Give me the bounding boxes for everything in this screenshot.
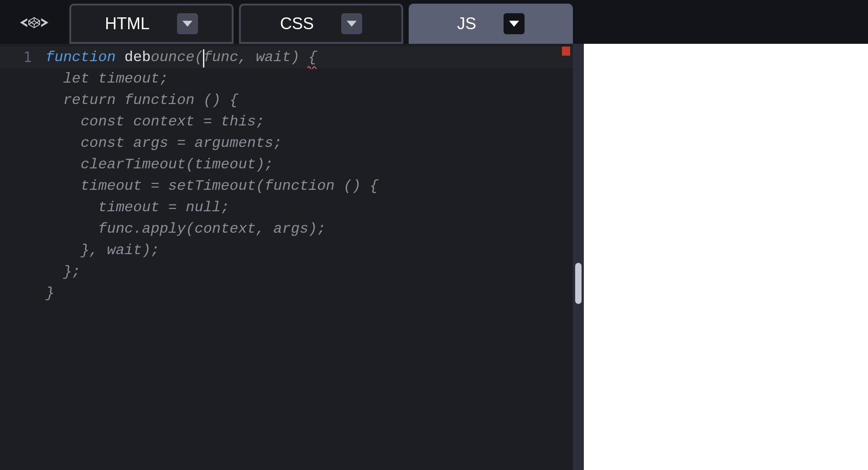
tab-js-label: JS	[457, 14, 476, 33]
code-suggestion-line: }, wait);	[46, 240, 573, 261]
code-suggestion-line: timeout = null;	[46, 197, 573, 218]
editor-scrollbar-thumb[interactable]	[575, 263, 582, 304]
code-suggestion-line: }	[46, 282, 573, 304]
svg-marker-5	[509, 21, 519, 26]
code-line[interactable]: function debounce(func, wait) {	[46, 47, 573, 68]
editor-pane[interactable]: 1 function debounce(func, wait) { let ti…	[0, 44, 573, 470]
tab-css-label: CSS	[280, 14, 314, 33]
code-suggestion-line: let timeout;	[46, 68, 573, 89]
header-bar: HTML CSS JS	[0, 0, 868, 44]
code-suggestion-line: };	[46, 261, 573, 282]
chevron-down-icon	[182, 21, 192, 27]
tab-js-dropdown[interactable]	[504, 13, 525, 34]
code-suggestion-line: func.apply(context, args);	[46, 218, 573, 240]
text-cursor	[203, 49, 204, 68]
line-number-gutter: 1	[0, 44, 46, 470]
error-squiggle	[307, 65, 317, 69]
chevron-down-icon	[509, 21, 519, 27]
svg-marker-1	[20, 18, 27, 27]
code-suggestion-line: const args = arguments;	[46, 132, 573, 154]
preview-pane[interactable]	[584, 44, 868, 470]
code-suggestion-line: return function () {	[46, 89, 573, 111]
code-suggestion-line: clearTimeout(timeout);	[46, 154, 573, 175]
svg-marker-3	[182, 21, 192, 26]
tab-css[interactable]: CSS	[239, 4, 403, 44]
tab-css-dropdown[interactable]	[341, 13, 362, 34]
code-suggestion-line: timeout = setTimeout(function () {	[46, 175, 573, 197]
editor-scrollbar[interactable]	[573, 44, 584, 470]
error-marker[interactable]	[562, 47, 570, 56]
workspace: 1 function debounce(func, wait) { let ti…	[0, 44, 868, 470]
svg-marker-2	[41, 18, 48, 27]
chevron-down-icon	[347, 21, 357, 27]
codepen-logo[interactable]	[5, 4, 64, 40]
line-number: 1	[0, 47, 32, 68]
code-suggestion-line: const context = this;	[46, 111, 573, 132]
tab-html-label: HTML	[105, 14, 150, 33]
tab-html[interactable]: HTML	[69, 4, 234, 44]
codepen-logo-icon	[9, 6, 59, 38]
tab-js[interactable]: JS	[409, 4, 573, 44]
tab-html-dropdown[interactable]	[177, 13, 198, 34]
svg-marker-4	[347, 21, 357, 26]
code-area[interactable]: function debounce(func, wait) { let time…	[46, 44, 573, 470]
